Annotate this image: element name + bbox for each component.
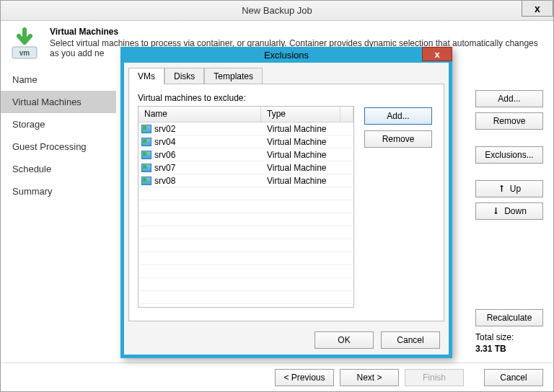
row-name: srv08 [154, 176, 175, 186]
dialog-footer: OK Cancel [315, 331, 440, 349]
tab-vms[interactable]: VMs [128, 68, 164, 84]
exclude-table[interactable]: Name Type srv02Virtual Machinesrv04Virtu… [138, 106, 354, 308]
tab-panel-vms: Virtual machines to exclude: Name Type s… [128, 84, 444, 321]
previous-button[interactable]: < Previous [275, 369, 334, 386]
remove-button[interactable]: Remove [475, 112, 543, 130]
exclude-side-buttons: Add... Remove [364, 107, 432, 148]
vm-icon [141, 125, 151, 133]
empty-row [138, 200, 353, 213]
nav-guest-processing[interactable]: Guest Processing [1, 135, 116, 158]
tab-templates[interactable]: Templates [204, 68, 263, 84]
exclude-add-button[interactable]: Add... [364, 107, 432, 125]
row-name: srv07 [154, 163, 175, 173]
backup-job-window: New Backup Job x vm Virtual Machines Sel… [0, 0, 554, 392]
nav-storage[interactable]: Storage [1, 113, 116, 135]
table-header: Name Type [138, 107, 353, 122]
table-row[interactable]: srv04Virtual Machine [138, 135, 353, 148]
dialog-titlebar: Exclusions x [120, 47, 452, 63]
row-name: srv06 [154, 150, 175, 160]
row-type: Virtual Machine [261, 150, 352, 160]
dialog-close-button[interactable]: x [422, 47, 452, 61]
window-title: New Backup Job [242, 5, 312, 16]
empty-row [138, 265, 353, 278]
add-button[interactable]: Add... [475, 90, 543, 107]
row-name: srv02 [154, 124, 175, 134]
close-icon: x [535, 3, 540, 14]
down-button[interactable]: 🠗 Down [475, 202, 543, 220]
down-label: Down [504, 206, 527, 216]
col-spacer [340, 107, 353, 122]
vm-side-buttons: Add... Remove Exclusions... 🠕 Up 🠗 Down … [475, 90, 543, 326]
table-row[interactable]: srv02Virtual Machine [138, 122, 353, 135]
recalculate-button[interactable]: Recalculate [475, 309, 543, 326]
vm-icon [141, 151, 151, 159]
next-button[interactable]: Next > [340, 369, 399, 386]
table-row[interactable]: srv06Virtual Machine [138, 148, 353, 161]
vm-icon [141, 177, 151, 185]
empty-row [138, 252, 353, 265]
empty-row [138, 187, 353, 200]
exclude-remove-button[interactable]: Remove [364, 130, 432, 148]
row-type: Virtual Machine [261, 137, 352, 147]
arrow-down-icon: 🠗 [492, 207, 500, 215]
row-type: Virtual Machine [261, 163, 352, 173]
col-name[interactable]: Name [138, 107, 261, 122]
empty-row [138, 213, 353, 226]
nav-name[interactable]: Name [1, 68, 116, 91]
dialog-body: VMs Disks Templates Virtual machines to … [124, 63, 449, 355]
finish-button: Finish [405, 369, 464, 386]
total-size-value: 3.31 TB [475, 344, 543, 354]
svg-text:vm: vm [19, 49, 30, 57]
up-button[interactable]: 🠕 Up [475, 180, 543, 197]
table-row[interactable]: srv08Virtual Machine [138, 174, 353, 187]
row-name: srv04 [154, 137, 175, 147]
vm-icon [141, 164, 151, 172]
tab-disks[interactable]: Disks [164, 68, 204, 84]
col-type[interactable]: Type [261, 107, 340, 122]
header-title: Virtual Machines [50, 27, 546, 37]
empty-row [138, 278, 353, 291]
wizard-footer: < Previous Next > Finish Cancel [1, 362, 553, 391]
window-close-button[interactable]: x [522, 1, 553, 17]
vm-icon [141, 138, 151, 146]
table-row[interactable]: srv07Virtual Machine [138, 161, 353, 174]
nav-summary[interactable]: Summary [1, 180, 116, 202]
exclusions-dialog: Exclusions x VMs Disks Templates Virtual… [120, 47, 452, 358]
total-size-label: Total size: [475, 332, 543, 342]
window-titlebar: New Backup Job x [1, 1, 553, 21]
arrow-up-icon: 🠕 [498, 184, 506, 193]
nav-schedule[interactable]: Schedule [1, 158, 116, 180]
ok-button[interactable]: OK [315, 331, 374, 349]
vm-header-icon: vm [8, 27, 43, 61]
tabs: VMs Disks Templates [124, 66, 449, 84]
exclusions-button[interactable]: Exclusions... [475, 146, 543, 164]
dialog-cancel-button[interactable]: Cancel [381, 331, 440, 349]
cancel-button[interactable]: Cancel [484, 369, 543, 386]
up-label: Up [510, 184, 521, 194]
exclude-label: Virtual machines to exclude: [138, 93, 435, 103]
empty-row [138, 239, 353, 252]
row-type: Virtual Machine [261, 176, 352, 186]
close-icon: x [434, 49, 439, 60]
row-type: Virtual Machine [261, 124, 352, 134]
empty-row [138, 291, 353, 304]
wizard-nav: Name Virtual Machines Storage Guest Proc… [1, 64, 116, 362]
dialog-title: Exclusions [264, 50, 309, 61]
empty-row [138, 226, 353, 239]
nav-virtual-machines[interactable]: Virtual Machines [1, 91, 116, 113]
